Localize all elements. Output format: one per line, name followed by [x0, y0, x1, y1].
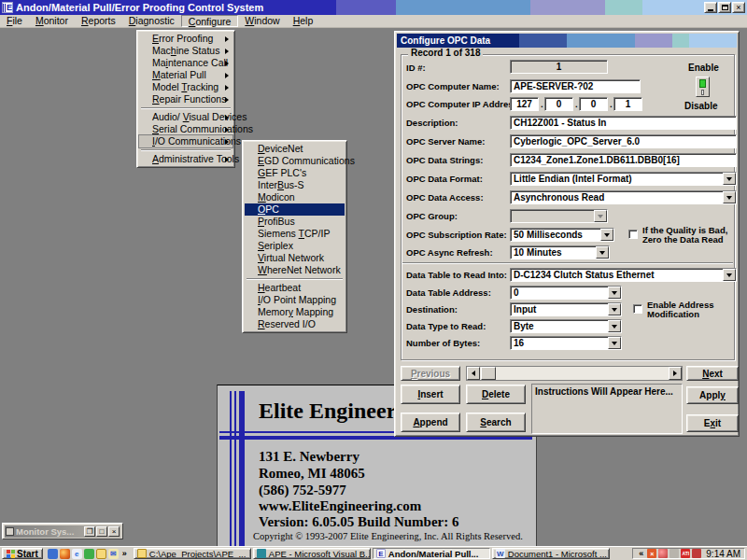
- menu-item-model-tracking[interactable]: Model Tracking: [139, 81, 233, 93]
- data-strings-input[interactable]: C1234_Zone1.Zone1.DB611.DBB0[16]: [510, 153, 737, 167]
- async-refresh-select[interactable]: 10 Minutes: [510, 245, 610, 259]
- show-desktop-icon[interactable]: [48, 549, 58, 559]
- menu-item-io-communications[interactable]: I/O Communications: [139, 135, 233, 147]
- delete-button[interactable]: Delete: [466, 385, 526, 404]
- menu-item-machine-status[interactable]: Machine Status: [139, 45, 233, 57]
- menu-item-serial-communications[interactable]: Serial Communications: [139, 123, 233, 135]
- dropdown-arrow-icon[interactable]: [608, 337, 621, 349]
- menu-item-material-pull[interactable]: Material Pull: [139, 69, 233, 81]
- submenu-item-siemens-tcpip[interactable]: Siemens TCP/IP: [245, 228, 345, 240]
- submenu-item-modicon[interactable]: Modicon: [245, 191, 345, 203]
- ip-octet-1-input[interactable]: 127: [510, 97, 539, 111]
- tray-device-icon[interactable]: [669, 549, 679, 558]
- enable-address-modification-checkbox[interactable]: [633, 304, 642, 314]
- dropdown-arrow-icon[interactable]: [600, 229, 613, 241]
- append-button[interactable]: Append: [401, 413, 460, 432]
- tray-red-x-icon[interactable]: ×: [647, 549, 656, 558]
- subscription-rate-label: OPC Subscription Rate:: [406, 230, 511, 240]
- dropdown-arrow-icon[interactable]: [596, 246, 609, 259]
- apply-button[interactable]: Apply: [686, 386, 739, 404]
- taskbar-item-word-document[interactable]: W Document1 - Microsoft ...: [492, 548, 610, 559]
- enable-disable-toggle[interactable]: [696, 77, 710, 97]
- scrollbar-thumb[interactable]: [481, 367, 496, 380]
- record-scrollbar[interactable]: [466, 366, 683, 381]
- menu-file[interactable]: File: [0, 15, 29, 27]
- menu-window[interactable]: Window: [238, 15, 286, 27]
- insert-button[interactable]: Insert: [401, 385, 460, 404]
- firefox-icon[interactable]: [60, 549, 70, 559]
- folder-icon[interactable]: [96, 549, 106, 559]
- server-name-input[interactable]: Cyberlogic_OPC_Server_6.0: [510, 134, 737, 148]
- data-table-select[interactable]: D-C1234 Clutch Status Ethernet: [510, 268, 737, 282]
- taskbar-item-andon[interactable]: E Andon/Material Pull...: [373, 548, 490, 559]
- scroll-left-icon[interactable]: [467, 367, 480, 380]
- menu-item-repair-functions[interactable]: Repair Functions: [139, 93, 233, 105]
- minimize-icon[interactable]: [704, 2, 717, 13]
- table-address-select[interactable]: 0: [510, 286, 622, 300]
- dropdown-arrow-icon[interactable]: [723, 269, 736, 281]
- restore-icon[interactable]: ❐: [84, 526, 95, 537]
- submenu-item-opc[interactable]: OPC: [245, 203, 345, 216]
- tray-shield-icon[interactable]: [692, 549, 701, 558]
- submenu-item-seriplex[interactable]: Seriplex: [245, 240, 345, 252]
- submenu-item-interbus-s[interactable]: InterBus-S: [245, 179, 345, 191]
- scroll-right-icon[interactable]: [669, 367, 682, 380]
- data-access-select[interactable]: Asynchronous Read: [510, 190, 737, 204]
- ip-octet-3-input[interactable]: 0: [579, 97, 608, 111]
- destination-select[interactable]: Input: [510, 302, 622, 316]
- search-button[interactable]: Search: [466, 413, 526, 432]
- monitor-window-minimized[interactable]: Monitor Sys... ❐ □ ×: [2, 523, 123, 539]
- start-button[interactable]: Start: [2, 548, 43, 559]
- tray-red-orb-icon[interactable]: [658, 549, 668, 558]
- dropdown-arrow-icon[interactable]: [723, 173, 736, 185]
- submenu-item-profibus[interactable]: ProfiBus: [245, 216, 345, 228]
- description-input[interactable]: CH12Z001 - Status In: [510, 116, 737, 130]
- num-bytes-select[interactable]: 16: [510, 336, 622, 350]
- taskbar-item-ape-projects[interactable]: C:\Ape_Projects\APE_...: [134, 548, 251, 559]
- quality-bad-checkbox[interactable]: [628, 230, 638, 239]
- exit-button[interactable]: Exit: [686, 414, 739, 432]
- dropdown-arrow-icon[interactable]: [723, 191, 736, 203]
- subscription-rate-select[interactable]: 50 Milliseconds: [510, 228, 614, 242]
- dropdown-arrow-icon[interactable]: [608, 320, 621, 332]
- menu-item-maintenance-call[interactable]: Maintenance Call: [139, 57, 233, 69]
- tray-ati-icon[interactable]: ATI: [681, 549, 690, 558]
- dropdown-arrow-icon[interactable]: [608, 287, 621, 299]
- mail-icon[interactable]: ✉: [108, 549, 119, 559]
- menu-item-administrative-tools[interactable]: Administrative Tools: [139, 153, 233, 165]
- ip-octet-4-input[interactable]: 1: [613, 97, 642, 111]
- submenu-item-reserved-io[interactable]: Reserved I/O: [245, 318, 345, 330]
- restore-icon[interactable]: [718, 2, 731, 13]
- dropdown-arrow-icon[interactable]: [608, 303, 621, 315]
- data-type-select[interactable]: Byte: [510, 319, 622, 333]
- next-button[interactable]: Next: [686, 366, 739, 381]
- taskbar-item-visual-basic[interactable]: APE - Microsoft Visual B...: [253, 548, 371, 559]
- computer-name-input[interactable]: APE-SERVER-?02: [510, 79, 641, 93]
- close-icon[interactable]: ×: [108, 526, 120, 537]
- menu-configure[interactable]: Configure: [181, 15, 239, 27]
- menu-reports[interactable]: Reports: [75, 15, 122, 27]
- menu-help[interactable]: Help: [287, 15, 320, 27]
- overflow-chevron-icon[interactable]: »: [120, 549, 129, 558]
- submenu-item-virtual-network[interactable]: Virtual Network: [245, 252, 345, 264]
- submenu-item-egd-communications[interactable]: EGD Communications: [245, 155, 345, 167]
- ip-octet-2-input[interactable]: 0: [544, 97, 573, 111]
- internet-explorer-icon[interactable]: e: [72, 549, 82, 559]
- close-icon[interactable]: ×: [732, 2, 745, 13]
- maximize-icon[interactable]: □: [96, 526, 107, 537]
- submenu-item-wherenet-network[interactable]: WhereNet Network: [245, 264, 345, 276]
- menu-diagnostic[interactable]: Diagnostic: [122, 15, 181, 27]
- submenu-item-io-point-mapping[interactable]: I/O Point Mapping: [245, 294, 345, 306]
- submenu-item-memory-mapping[interactable]: Memory Mapping: [245, 306, 345, 318]
- green-orb-icon[interactable]: [84, 549, 94, 559]
- tray-chevron-icon[interactable]: «: [637, 549, 645, 558]
- submenu-item-heartbeat[interactable]: Heartbeat: [245, 282, 345, 294]
- dialog-titlebar[interactable]: Configure OPC Data: [397, 34, 737, 48]
- system-tray: « × ATI 9:14 AM: [632, 548, 745, 559]
- menu-item-error-proofing[interactable]: Error Proofing: [139, 33, 233, 45]
- menu-item-audio-visual-devices[interactable]: Audio/ Visual Devices: [139, 111, 233, 123]
- submenu-item-devicenet[interactable]: DeviceNet: [245, 143, 345, 155]
- menu-monitor[interactable]: Monitor: [29, 15, 75, 27]
- data-format-select[interactable]: Little Endian (Intel Format): [510, 172, 737, 186]
- submenu-item-gef-plcs[interactable]: GEF PLC's: [245, 167, 345, 179]
